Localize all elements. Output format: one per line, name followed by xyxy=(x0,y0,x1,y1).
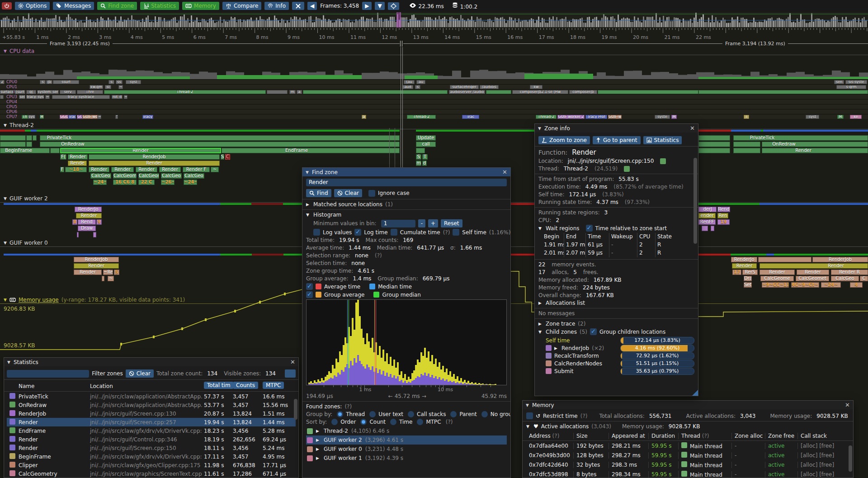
count-radio[interactable] xyxy=(360,419,367,425)
frame-separator-row[interactable]: Frame 3,193 (22.45 ms) Frame 3,194 (13.9… xyxy=(0,41,868,47)
zone-block[interactable] xyxy=(733,148,760,153)
collapse-icon[interactable]: ▼ xyxy=(538,126,541,131)
legend-checkbox[interactable] xyxy=(306,283,313,290)
zone-c[interactable]: C xyxy=(860,276,868,281)
expand-icon[interactable]: ▶ xyxy=(316,456,321,460)
table-row[interactable]: OnRedrawjni/../jni/src/claw/application/… xyxy=(7,401,296,409)
zone-guif-wor[interactable]: GUIF wor xyxy=(82,115,98,119)
zone-renff[interactable]: RenFF xyxy=(698,219,716,225)
zone-audioserver-audio[interactable]: audioserver /audio xyxy=(449,90,485,94)
zone-block[interactable] xyxy=(0,95,4,99)
zone-render[interactable]: Render xyxy=(760,270,795,275)
zone-g-[interactable]: g( xyxy=(26,90,36,94)
allocation-row[interactable]: 0x7dfc42d64032 bytes298.3 ms59.95 sMain … xyxy=(526,460,849,469)
zone-m[interactable]: M xyxy=(40,115,44,119)
zone-block[interactable] xyxy=(733,142,760,147)
section-header-thread-2[interactable]: ▼Thread-2 xyxy=(4,122,34,128)
zone-block[interactable] xyxy=(0,135,26,141)
expand-icon[interactable]: ▶ xyxy=(316,438,321,442)
zone-rers[interactable]: RerS xyxy=(742,270,758,275)
zone--24-[interactable]: ~24~ xyxy=(821,282,841,288)
zone--[interactable]: ^ xyxy=(115,115,118,119)
close-icon[interactable]: ✕ xyxy=(845,402,850,408)
zone-update[interactable]: Update xyxy=(416,135,436,141)
search-input[interactable]: Render xyxy=(306,179,507,186)
zone-calcgeor[interactable]: CalcGeor xyxy=(138,173,159,179)
section-header-guif-worker-2[interactable]: ▼GUIF worker 2 xyxy=(4,195,48,202)
close-icon[interactable]: ✕ xyxy=(502,169,507,175)
child-zones-label[interactable]: Child zones xyxy=(546,329,577,335)
zone-render[interactable]: Render xyxy=(159,167,181,172)
zone-dra[interactable]: Dra xyxy=(744,276,752,281)
zone--[interactable]: ~ xyxy=(118,85,123,89)
options-button[interactable]: Options xyxy=(15,2,50,10)
child-zone-row[interactable]: RecalcTransform72.92 µs (1.62%) xyxy=(538,352,694,360)
zone-guif-w[interactable]: GUIF-w xyxy=(608,115,622,119)
zone-block[interactable] xyxy=(486,90,511,94)
zone-block[interactable] xyxy=(303,90,448,94)
column-total-time-button[interactable]: Total tim xyxy=(204,382,233,389)
zone-privatetick[interactable]: PrivateTick xyxy=(733,135,868,141)
wait-regions-label[interactable]: Wait regions xyxy=(546,225,580,232)
compare-button[interactable]: Compare xyxy=(222,2,261,10)
user-text-radio[interactable] xyxy=(369,411,376,417)
column-mtpc-button[interactable]: MTPC xyxy=(263,382,284,389)
find-zone-button[interactable]: Find zone xyxy=(97,2,137,10)
zone-4[interactable]: 4 xyxy=(850,282,863,288)
zone-calcgeome[interactable]: CalcGeome xyxy=(113,173,137,179)
zone-thread-2[interactable]: Thread-2 xyxy=(104,90,266,94)
zone-m[interactable]: M xyxy=(837,115,844,119)
zone--[interactable]: ~ xyxy=(45,95,50,99)
zone-tracy-s[interactable]: Tracy S xyxy=(142,115,153,119)
frame-label-left[interactable]: Frame 3,193 (22.45 ms) xyxy=(47,41,113,47)
zone-renderjo[interactable]: RenderJo xyxy=(731,257,757,262)
zone-block[interactable] xyxy=(50,148,60,153)
zone--24-[interactable]: ~24~ xyxy=(184,180,197,185)
legend-checkbox[interactable] xyxy=(306,291,313,298)
zone-sis-syste[interactable]: sis-syste xyxy=(845,80,867,84)
zone-tracy-sysn[interactable]: tracy_sysn xyxy=(26,95,44,99)
expand-icon[interactable]: ▶ xyxy=(554,346,559,350)
collapse-icon[interactable]: ▼ xyxy=(306,213,311,217)
zone--[interactable]: ~ xyxy=(108,276,114,281)
mtpc-radio[interactable] xyxy=(417,419,423,425)
child-zone-row[interactable]: CalcRenderNodes51.51 µs (1.15%) xyxy=(538,360,694,367)
self-time-checkbox[interactable] xyxy=(453,229,459,236)
decrease-button[interactable]: - xyxy=(418,219,425,227)
zone-m[interactable]: M xyxy=(671,115,677,119)
zone-kw[interactable]: kw xyxy=(530,85,542,89)
collapse-icon[interactable]: ▼ xyxy=(526,424,531,429)
zone-render[interactable]: Render xyxy=(136,167,157,172)
ignore-case-checkbox[interactable] xyxy=(368,190,375,197)
zone--9-cc-11[interactable]: ~9~CC~11 xyxy=(762,282,789,288)
column-thread[interactable]: Thread (?) xyxy=(678,433,731,439)
find-button[interactable]: Find xyxy=(306,189,331,197)
thread-color-swatch[interactable] xyxy=(624,166,630,172)
zone-renderjob[interactable]: RenderJob xyxy=(812,257,868,262)
zone-calcgeo[interactable]: CalcGeo xyxy=(90,173,111,179)
order-radio[interactable] xyxy=(331,419,338,425)
zone-2[interactable]: 2 xyxy=(0,80,5,84)
section-memory-usage[interactable]: ▼ Memory usage (y-range: 178.27 KB, visi… xyxy=(4,297,185,303)
column-appeared-at[interactable]: Appeared at xyxy=(609,433,648,439)
zone-calcgeome[interactable]: CalcGeome xyxy=(760,276,794,281)
goto-frame-button[interactable] xyxy=(388,2,399,10)
zone-ssurf[interactable]: ssurf xyxy=(53,80,79,84)
zone-aud[interactable]: aud xyxy=(402,85,413,89)
zone-composer-2-1-se-hw[interactable]: composer@2.1-se (Hw xyxy=(512,90,568,94)
prev-frame-button[interactable]: ◀ xyxy=(307,2,317,10)
zone-s[interactable]: s xyxy=(108,80,114,84)
zone-renderjo[interactable]: RenderJo xyxy=(75,207,102,212)
zone-m[interactable]: m xyxy=(289,90,296,94)
zone--surf[interactable]: (surf xyxy=(14,90,25,94)
section-header-cpu-data[interactable]: ▼CPU data xyxy=(4,48,34,54)
zone-beginframe[interactable]: BeginFrame xyxy=(0,148,50,153)
zone-sen[interactable]: sen xyxy=(834,80,844,84)
statistics-button[interactable]: Statistics xyxy=(643,136,682,144)
close-icon[interactable]: ✕ xyxy=(290,359,295,365)
found-zone-row[interactable]: ▶Thread-2(4,105) 6.46 s xyxy=(306,426,507,435)
wrench-button[interactable] xyxy=(292,2,304,10)
zone-block[interactable] xyxy=(702,226,708,231)
column-counts-button[interactable]: Counts xyxy=(233,382,258,389)
collapse-icon[interactable]: ▼ xyxy=(7,360,10,364)
